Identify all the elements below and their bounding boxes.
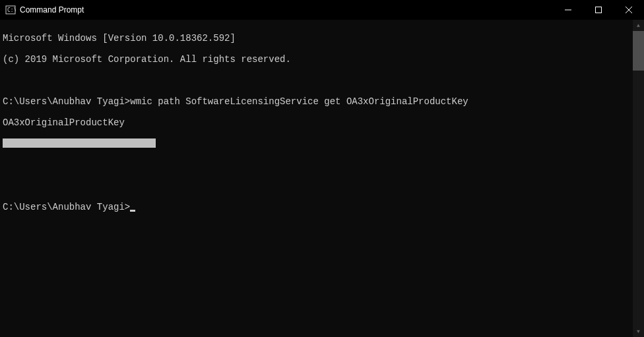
terminal-output[interactable]: Microsoft Windows [Version 10.0.18362.59… <box>0 20 644 337</box>
cmd-icon: C:\ <box>5 5 16 15</box>
prompt: C:\Users\Anubhav Tyagi> <box>3 202 130 212</box>
terminal-line: Microsoft Windows [Version 10.0.18362.59… <box>3 33 644 44</box>
scrollbar-up-arrow[interactable]: ▲ <box>633 20 644 31</box>
terminal-line: (c) 2019 Microsoft Corporation. All righ… <box>3 54 644 65</box>
svg-rect-3 <box>596 7 602 13</box>
redacted-product-key <box>3 138 156 148</box>
terminal-line: C:\Users\Anubhav Tyagi>wmic path Softwar… <box>3 96 644 107</box>
close-button[interactable] <box>614 0 644 20</box>
titlebar: C:\ Command Prompt <box>0 0 644 20</box>
prompt: C:\Users\Anubhav Tyagi> <box>3 96 130 107</box>
terminal-line: OA3xOriginalProductKey <box>3 117 644 128</box>
cursor <box>130 210 135 212</box>
terminal-line <box>3 138 644 149</box>
terminal-line <box>3 75 644 86</box>
minimize-button[interactable] <box>553 0 583 20</box>
scrollbar-thumb[interactable] <box>633 31 644 71</box>
window-controls <box>553 0 644 20</box>
svg-text:C:\: C:\ <box>7 7 16 13</box>
terminal-line: C:\Users\Anubhav Tyagi> <box>3 202 644 212</box>
maximize-button[interactable] <box>583 0 614 20</box>
terminal-line <box>3 181 644 191</box>
scrollbar-down-arrow[interactable]: ▼ <box>633 326 644 337</box>
terminal-line <box>3 160 644 170</box>
scrollbar[interactable]: ▲ ▼ <box>633 20 644 337</box>
command-text: wmic path SoftwareLicensingService get O… <box>130 96 468 107</box>
window-title: Command Prompt <box>20 5 553 15</box>
